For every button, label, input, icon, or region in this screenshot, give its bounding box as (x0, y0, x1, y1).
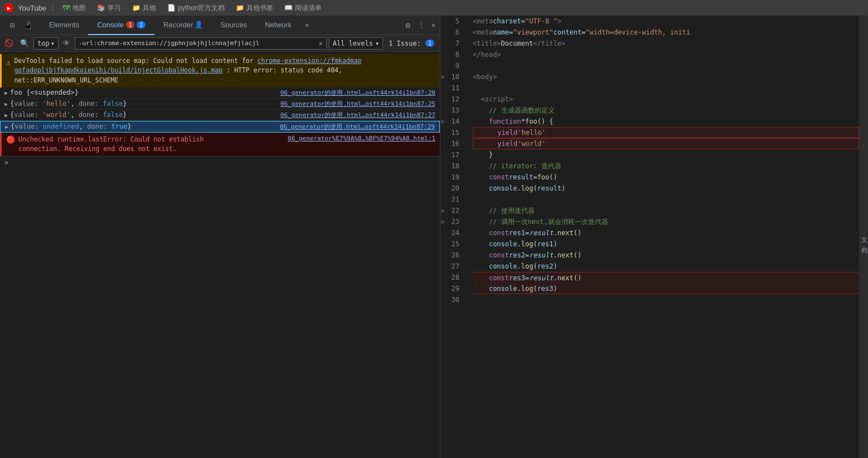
code-line-6: <meta name="viewport" content="width=dev… (473, 27, 859, 38)
code-line-29: console.log(res3) (473, 283, 859, 294)
browser-tab-reading[interactable]: 📖 阅读清单 (281, 2, 325, 14)
browser-bar: ▶ YouTube | 🗺 地图 📚 学习 📁 其他 📄 python官方文档 … (0, 0, 868, 16)
error-link[interactable]: 06_generator%E7%9A%8…%BF%E7%94%A8.html:1 (288, 135, 435, 154)
line-num-26: 26 (440, 250, 464, 261)
context-chevron: ▾ (51, 40, 55, 47)
code-line-28: const res3 = result.next() (473, 272, 859, 283)
filter-button[interactable]: 🔍 (18, 37, 31, 50)
divider: | (51, 4, 55, 12)
tab-elements[interactable]: Elements (40, 16, 88, 35)
code-line-7: <title>Document</title> (473, 38, 859, 49)
line-num-6: 6 (440, 27, 464, 38)
browser-tab-map[interactable]: 🗺 地图 (59, 2, 89, 14)
warning-text: DevTools failed to load source map: Coul… (14, 57, 257, 65)
study-icon: 📚 (97, 4, 105, 12)
level-chevron: ▾ (375, 40, 379, 47)
log-link-3[interactable]: 06_generator的使用.html…osft44rk14i1bn87:27 (280, 111, 435, 119)
context-selector[interactable]: top ▾ (33, 37, 59, 50)
line-num-24: 24 (440, 227, 464, 238)
browser-tab-youtube[interactable]: YouTube (18, 4, 46, 12)
line-num-13: 13 (440, 105, 464, 116)
error-content: Unchecked runtime.lastError: Could not e… (18, 135, 435, 154)
issue-text: 1 Issue: (389, 40, 421, 47)
code-line-12: <script> (473, 94, 859, 105)
gutter-arrow-10: ▷ (442, 71, 445, 82)
log-row-2[interactable]: ▶ {value: 'hello', done: false} 06_gener… (0, 99, 440, 110)
eye-button[interactable]: 👁 (61, 39, 72, 47)
line-num-14: ▷ 14 (440, 116, 464, 127)
log-row-1[interactable]: ▶ foo {<suspended>} 06_generator的使用.html… (0, 87, 440, 99)
console-input[interactable] (13, 159, 435, 167)
code-line-13: // 生成器函数的定义 (473, 105, 859, 116)
line-num-7: 7 (440, 38, 464, 49)
log-row-3[interactable]: ▶ {value: 'world', done: false} 06_gener… (0, 110, 440, 121)
line-num-29: 29 (440, 283, 464, 294)
gutter-arrow-23: ▷ (442, 216, 445, 227)
tab-sources[interactable]: Sources (212, 16, 256, 35)
console-panel: ⊡ 📱 Elements Console 1 1 Recorder 👤 Sour… (0, 16, 440, 458)
log-link-4[interactable]: 06_generator的使用.html…osft44rk14i1bn87:29 (280, 123, 435, 131)
tab-console[interactable]: Console 1 1 (88, 16, 154, 35)
settings-button[interactable]: ⚙ (400, 16, 416, 35)
warning-message: DevTools failed to load source map: Coul… (14, 56, 435, 85)
log-text-2: {value: 'hello', done: false} (10, 100, 276, 108)
line-num-17: 17 (440, 149, 464, 160)
more-tabs-button[interactable]: » (300, 21, 313, 29)
browser-tab-other[interactable]: 📁 其他 (129, 2, 159, 14)
warning-badge: 1 (137, 21, 146, 28)
expand-icon-2[interactable]: ▶ (4, 101, 8, 107)
tab-network[interactable]: Network (256, 16, 300, 35)
python-icon: 📄 (167, 4, 176, 12)
console-prompt-symbol: > (4, 159, 8, 167)
code-line-20: console.log(result) (473, 183, 859, 194)
log-link-1[interactable]: 06_generator的使用.html…osft44rk14i1bn87:20 (280, 89, 435, 97)
clear-console-button[interactable]: 🚫 (2, 37, 16, 50)
line-num-10: ▷ 10 (440, 71, 464, 82)
line-num-30: 30 (440, 294, 464, 305)
python-tab-label: python官方文档 (178, 3, 225, 13)
gutter-arrow-22: ▷ (442, 205, 445, 216)
code-line-8: </head> (473, 49, 859, 60)
code-line-21 (473, 194, 859, 205)
log-text-1: foo {<suspended>} (10, 89, 276, 96)
code-line-25: console.log(res1) (473, 238, 859, 250)
code-line-26: const res2 = result.next() (473, 250, 859, 261)
youtube-favicon: ▶ (4, 3, 13, 12)
code-line-14: function* foo() { (473, 116, 859, 127)
reading-tab-label: 阅读清单 (295, 3, 322, 13)
code-line-17: } (473, 149, 859, 160)
level-selector[interactable]: All levels ▾ (329, 37, 383, 50)
browser-tab-bookmarks[interactable]: 📁 其他书签 (232, 2, 277, 14)
line-num-12: 12 (440, 94, 464, 105)
line-num-20: 20 (440, 183, 464, 194)
close-devtools-button[interactable]: ✕ (427, 21, 440, 29)
expand-icon-4[interactable]: ▶ (5, 124, 8, 130)
code-area: <meta charset="UTF-8 "> <meta name="view… (468, 16, 859, 458)
browser-tab-python[interactable]: 📄 python官方文档 (164, 2, 228, 14)
code-line-16: yield 'world' (473, 138, 859, 149)
expand-icon-1[interactable]: ▶ (4, 90, 8, 96)
log-row-4[interactable]: ▶ {value: undefined, done: true} 06_gene… (0, 121, 440, 133)
device-toolbar-button[interactable]: 📱 (20, 16, 36, 35)
more-options-button[interactable]: ⋮ (416, 21, 427, 29)
log-link-2[interactable]: 06_generator的使用.html…osft44rk14i1bn87:25 (280, 100, 435, 108)
expand-icon-3[interactable]: ▶ (4, 112, 8, 118)
line-num-16: 16 (440, 138, 464, 149)
code-line-5: <meta charset="UTF-8 "> (473, 16, 859, 27)
url-clear-button[interactable]: ✕ (318, 40, 322, 47)
line-num-22: ▷ 22 (440, 205, 464, 216)
url-filter-bar[interactable]: -url:chrome-extension://jgphnjokjhjlcnna… (75, 37, 327, 50)
console-subtoolbar: 🚫 🔍 top ▾ 👁 -url:chrome-extension://jgph… (0, 35, 440, 52)
code-line-11 (473, 82, 859, 94)
map-icon: 🗺 (62, 3, 70, 12)
line-num-11: 11 (440, 82, 464, 94)
tab-recorder[interactable]: Recorder 👤 (154, 16, 211, 35)
log-text-3: {value: 'world', done: false} (10, 111, 276, 119)
code-line-10: <body> (473, 71, 859, 82)
error-text: Unchecked runtime.lastError: Could not e… (18, 135, 283, 154)
issue-counter: 1 Issue: 1 (385, 40, 438, 47)
inspect-element-button[interactable]: ⊡ (4, 16, 20, 35)
line-num-28: 28 (440, 272, 464, 283)
browser-tab-study[interactable]: 📚 学习 (94, 2, 124, 14)
code-line-9 (473, 60, 859, 71)
